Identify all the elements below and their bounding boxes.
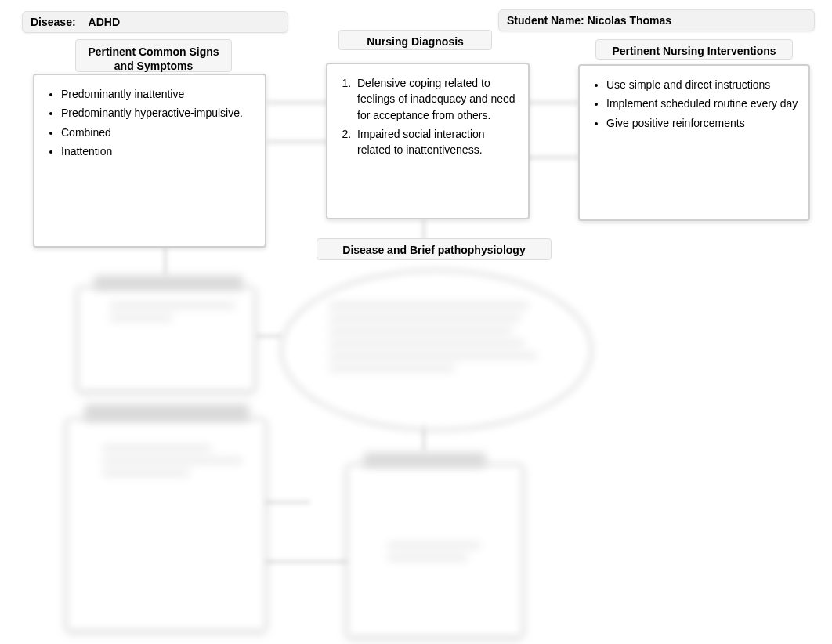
pathophysiology-title-tab: Disease and Brief pathophysiology [317,238,552,260]
student-label: Student Name: [507,14,584,27]
interventions-item: Give positive reinforcements [606,115,801,131]
interventions-item: Implement scheduled routine every day [606,96,801,111]
interventions-box: Use simple and direct instructions Imple… [578,64,810,221]
blurred-tab-left-low [85,404,249,421]
signs-item: Predominantly inattentive [61,86,257,102]
diagnosis-item: Impaired social interaction related to i… [354,126,520,158]
disease-value: ADHD [89,16,120,28]
diagnosis-item: Defensive coping related to feelings of … [354,75,520,123]
student-value: Nicolas Thomas [588,14,671,27]
signs-item: Predominantly hyperactive-impulsive. [61,105,257,121]
signs-list: Predominantly inattentive Predominantly … [42,86,257,159]
signs-title-tab: Pertinent Common Signs and Symptoms [75,39,232,72]
diagnosis-title-tab: Nursing Diagnosis [338,30,492,50]
blurred-box-left-low [66,418,266,631]
signs-item: Combined [61,125,257,140]
signs-item: Inattention [61,143,257,159]
diagnosis-box: Defensive coping related to feelings of … [326,63,530,219]
student-header: Student Name: Nicolas Thomas [498,9,815,31]
disease-label: Disease: [31,16,76,28]
blurred-box-left-mid [77,287,255,392]
signs-title: Pertinent Common Signs and Symptoms [88,45,219,72]
interventions-list: Use simple and direct instructions Imple… [588,77,801,131]
interventions-title: Pertinent Nursing Interventions [612,45,776,57]
signs-box: Predominantly inattentive Predominantly … [33,74,266,248]
diagnosis-list: Defensive coping related to feelings of … [335,75,520,157]
blurred-box-center-low [346,464,523,638]
disease-header: Disease: ADHD [22,11,288,33]
pathophysiology-title: Disease and Brief pathophysiology [342,244,525,256]
interventions-item: Use simple and direct instructions [606,77,801,92]
pathophysiology-oval [280,270,592,431]
diagnosis-title: Nursing Diagnosis [367,35,464,48]
blurred-tab-center-low [364,453,486,467]
interventions-title-tab: Pertinent Nursing Interventions [595,39,793,60]
blurred-tab-left-mid [94,276,243,290]
